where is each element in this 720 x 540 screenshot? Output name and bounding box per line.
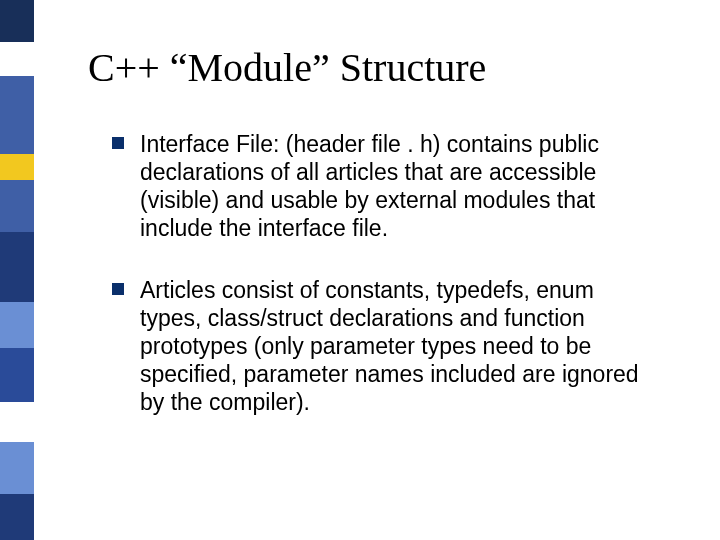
slide: C++ “Module” Structure Interface File: (… [0, 0, 720, 540]
bullet-text: Interface File: (header file . h) contai… [140, 131, 599, 241]
list-item: Interface File: (header file . h) contai… [112, 130, 652, 242]
bullet-text: Articles consist of constants, typedefs,… [140, 277, 639, 415]
decor-segment [0, 0, 34, 42]
left-decor-strip [0, 0, 48, 540]
decor-segment [0, 348, 34, 402]
list-item: Articles consist of constants, typedefs,… [112, 276, 652, 416]
decor-segment [0, 180, 34, 232]
square-bullet-icon [112, 283, 124, 295]
decor-segment [0, 302, 34, 348]
square-bullet-icon [112, 137, 124, 149]
decor-segment [0, 42, 34, 76]
decor-segment [0, 494, 34, 540]
slide-body: Interface File: (header file . h) contai… [112, 130, 652, 450]
decor-segment [0, 402, 34, 442]
decor-segment [0, 76, 34, 154]
decor-segment [0, 154, 34, 180]
decor-segment [0, 232, 34, 302]
slide-title: C++ “Module” Structure [88, 44, 486, 91]
decor-segment [0, 442, 34, 494]
